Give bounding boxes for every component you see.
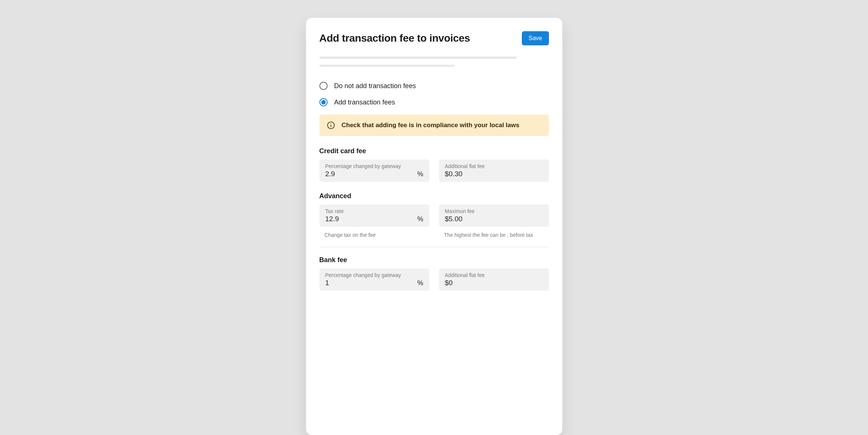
percent-suffix: % [417,215,423,223]
field-label: Percentage changed by gateway [325,163,423,169]
field-label: Tax rate [325,208,423,214]
bank-flat-field[interactable]: Additional flat fee $0 [439,268,549,291]
field-label: Maximun fee [445,208,543,214]
info-icon [327,121,335,129]
credit-card-percentage-field[interactable]: Percentage changed by gateway 2.9 % [319,160,429,182]
max-fee-field[interactable]: Maximun fee $5.00 [439,204,549,227]
alert-text: Check that adding fee is in compliance w… [342,122,520,129]
field-label: Additional flat fee [445,163,543,169]
field-value: 1 [325,279,329,287]
tax-rate-field[interactable]: Tax rate 12.9 % [319,204,429,227]
field-label: Additional flat fee [445,272,543,278]
section-title-advanced: Advanced [319,192,549,200]
advanced-fields: Tax rate 12.9 % Maximun fee $5.00 [319,204,549,227]
radio-icon-selected [319,98,328,106]
description-placeholder-line-1 [319,57,517,59]
field-label: Percentage changed by gateway [325,272,423,278]
field-value: $0 [445,279,453,287]
field-value: $5.00 [445,215,463,223]
radio-icon [319,82,328,90]
credit-card-flat-field[interactable]: Additional flat fee $0.30 [439,160,549,182]
field-value: 2.9 [325,170,335,178]
max-fee-hint: The highest the fee can be , before tax [439,230,549,238]
section-title-bank: Bank fee [319,256,549,264]
settings-card: Add transaction fee to invoices Save Do … [306,18,562,435]
radio-label: Do not add transaction fees [334,82,416,90]
section-title-credit-card: Credit card fee [319,147,549,155]
page-title: Add transaction fee to invoices [319,32,470,44]
bank-percentage-field[interactable]: Percentage changed by gateway 1 % [319,268,429,291]
field-value: $0.30 [445,170,463,178]
save-button[interactable]: Save [522,31,549,45]
description-placeholder-line-2 [319,65,455,67]
percent-suffix: % [417,279,423,287]
field-value: 12.9 [325,215,339,223]
tax-rate-hint: Change tax on the fee [319,230,429,238]
percent-suffix: % [417,170,423,178]
section-divider [319,247,549,247]
radio-add[interactable]: Add transaction fees [319,98,549,106]
radio-label: Add transaction fees [334,99,395,106]
credit-card-fields: Percentage changed by gateway 2.9 % Addi… [319,160,549,182]
card-header: Add transaction fee to invoices Save [319,31,549,45]
advanced-hints: Change tax on the fee The highest the fe… [319,230,549,238]
radio-do-not-add[interactable]: Do not add transaction fees [319,82,549,90]
bank-fields: Percentage changed by gateway 1 % Additi… [319,268,549,291]
svg-point-2 [331,123,331,124]
compliance-alert: Check that adding fee is in compliance w… [319,115,549,136]
